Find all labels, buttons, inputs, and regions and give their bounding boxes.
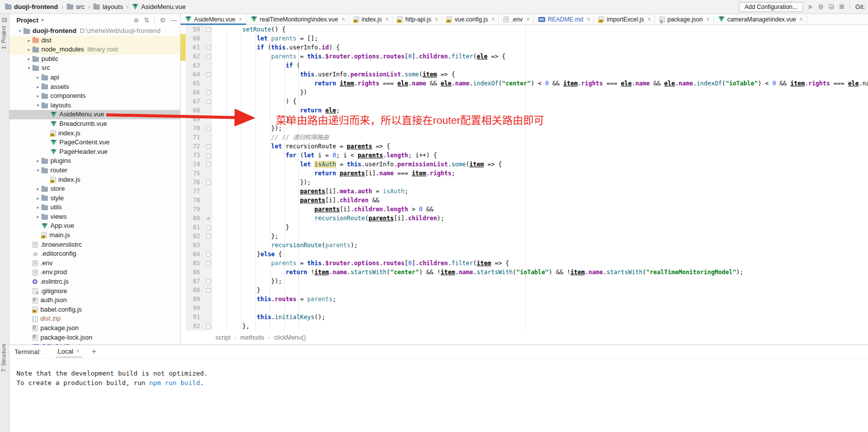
- git-label[interactable]: Git:: [856, 3, 865, 10]
- close-tab-icon[interactable]: ×: [239, 16, 242, 23]
- close-tab-icon[interactable]: ×: [526, 16, 530, 23]
- tree-item-utils[interactable]: ▸utils: [9, 203, 180, 212]
- code-line-60[interactable]: 60 let parents = [];: [181, 34, 868, 43]
- tree-item-Breadcrumb.vue[interactable]: Breadcrumb.vue: [9, 119, 180, 129]
- fold-open-icon[interactable]: [205, 25, 212, 34]
- breadcrumb-item-AsideMenu.vue[interactable]: AsideMenu.vue: [132, 3, 186, 10]
- tab-package.json[interactable]: package.json×: [655, 14, 714, 24]
- tree-item-index.js[interactable]: index.js: [9, 175, 180, 185]
- code-line-88[interactable]: 88 }: [181, 286, 868, 295]
- code-line-73[interactable]: 73 for (let i = 0; i < parents.length; i…: [181, 151, 868, 160]
- locate-file-icon[interactable]: ⊕: [134, 16, 139, 24]
- code-line-59[interactable]: 59 setRoute() {: [181, 25, 868, 34]
- code-line-83[interactable]: 83 recursionRoute(parents);: [181, 241, 868, 250]
- tree-item-main.js[interactable]: main.js: [9, 231, 180, 240]
- collapse-all-icon[interactable]: ⇅: [144, 16, 149, 24]
- settings-icon[interactable]: ⚙: [160, 16, 166, 24]
- tree-item-assets[interactable]: ▸assets: [9, 82, 180, 92]
- terminal-tab-local[interactable]: Local ×: [56, 346, 82, 358]
- close-tab-icon[interactable]: ×: [800, 16, 803, 23]
- close-tab-icon[interactable]: ×: [706, 16, 710, 23]
- code-line-84[interactable]: 84 }else {: [181, 250, 868, 259]
- run-with-coverage-icon[interactable]: [829, 4, 834, 9]
- stop-icon[interactable]: [840, 4, 844, 9]
- code-editor[interactable]: 59 setRoute() {60 let parents = [];61 if…: [181, 25, 868, 331]
- tree-item-dist[interactable]: ▸dist: [9, 36, 180, 45]
- code-line-80[interactable]: 80↺ recursionRoute(parents[i].children);: [181, 214, 868, 223]
- close-tab-icon[interactable]: ×: [342, 16, 345, 23]
- tree-item-store[interactable]: ▸store: [9, 184, 180, 194]
- tree-item-node-modules[interactable]: ▸node_moduleslibrary root: [9, 45, 180, 54]
- fold-close-icon[interactable]: [205, 178, 212, 187]
- breadcrumb-item-src[interactable]: src: [67, 3, 84, 10]
- tree-item-api[interactable]: ▸api: [9, 73, 180, 82]
- close-tab-icon[interactable]: ×: [587, 16, 590, 23]
- tree-item-router[interactable]: ▾router: [9, 166, 180, 175]
- chevron-closed-icon[interactable]: ▸: [34, 212, 41, 222]
- code-line-92[interactable]: 92 },: [181, 322, 868, 331]
- close-tab-icon[interactable]: ×: [385, 16, 389, 23]
- debug-icon[interactable]: [819, 4, 823, 9]
- hide-panel-icon[interactable]: —: [171, 16, 177, 24]
- project-panel-title[interactable]: Project: [16, 16, 38, 24]
- tree-item-AsideMenu.vue[interactable]: AsideMenu.vue: [9, 110, 180, 119]
- tree-item-.editorconfig[interactable]: .editorconfig: [9, 249, 180, 259]
- code-line-71[interactable]: 71 // // 递归权限路由: [181, 133, 868, 142]
- fold-open-icon[interactable]: [205, 160, 212, 169]
- code-line-72[interactable]: 72 let recursionRoute = parents => {: [181, 142, 868, 151]
- tab-AsideMenu.vue[interactable]: AsideMenu.vue×: [181, 14, 246, 24]
- tree-item-style[interactable]: ▸style: [9, 194, 180, 203]
- code-line-67[interactable]: 67 ) {: [181, 97, 868, 106]
- tree-item-.eslintrc.js[interactable]: .eslintrc.js: [9, 277, 180, 287]
- code-line-81[interactable]: 81 }: [181, 223, 868, 232]
- code-line-90[interactable]: 90: [181, 304, 868, 313]
- tree-item-auth.json[interactable]: auth.json: [9, 296, 180, 305]
- tree-item-.env[interactable]: .env: [9, 259, 180, 268]
- code-line-89[interactable]: 89 this.routes = parents;: [181, 295, 868, 304]
- tab-vue.config.js[interactable]: vue.config.js×: [442, 14, 499, 24]
- code-line-91[interactable]: 91 this.initialKeys();: [181, 313, 868, 322]
- fold-close-icon[interactable]: [205, 232, 212, 241]
- fold-close-icon[interactable]: [205, 124, 212, 133]
- code-line-78[interactable]: 78 parents[i].children &&: [181, 196, 868, 205]
- add-configuration-button[interactable]: Add Configuration...: [739, 2, 803, 12]
- tab-.env[interactable]: .env×: [499, 14, 534, 24]
- code-line-64[interactable]: 64 this.userInfo.permissionList.some(ite…: [181, 70, 868, 79]
- fold-open-icon[interactable]: [205, 70, 212, 79]
- tree-item-src[interactable]: ▾src: [9, 63, 180, 73]
- chevron-closed-icon[interactable]: ▸: [25, 36, 32, 45]
- run-icon[interactable]: [809, 4, 813, 9]
- code-line-65[interactable]: 65 return item.rights === ele.name && el…: [181, 79, 868, 88]
- tab-index.js[interactable]: index.js×: [349, 14, 393, 24]
- code-line-86[interactable]: 86 return !item.name.startsWith("center"…: [181, 268, 868, 277]
- structure-stripe-button[interactable]: 7: Structure: [0, 344, 6, 372]
- close-tab-icon[interactable]: ×: [491, 16, 495, 23]
- close-terminal-icon[interactable]: ×: [76, 348, 80, 355]
- fold-open-icon[interactable]: [205, 259, 212, 268]
- breadcrumb-item-layouts[interactable]: layouts: [93, 3, 123, 10]
- editor-breadcrumb-script[interactable]: script: [216, 334, 230, 341]
- tab-README.md[interactable]: README.md×: [534, 14, 594, 24]
- tree-item-.env.prod[interactable]: .env.prod: [9, 268, 180, 277]
- chevron-closed-icon[interactable]: ▸: [25, 54, 32, 64]
- fold-close-icon[interactable]: [205, 322, 212, 331]
- editor-breadcrumb-methods[interactable]: methods: [240, 334, 264, 341]
- chevron-closed-icon[interactable]: ▸: [34, 203, 41, 212]
- fold-open-icon[interactable]: [205, 142, 212, 151]
- code-line-63[interactable]: 63 if (: [181, 61, 868, 70]
- chevron-open-icon[interactable]: ▾: [34, 101, 41, 110]
- code-line-85[interactable]: 85 parents = this.$router.options.routes…: [181, 259, 868, 268]
- recursive-call-icon[interactable]: ↺: [205, 214, 212, 223]
- code-line-82[interactable]: 82 };: [181, 232, 868, 241]
- breadcrumb-item-duoji-frontend[interactable]: duoji-frontend: [5, 3, 58, 10]
- tab-importExcel.js[interactable]: importExcel.js×: [594, 14, 655, 24]
- project-stripe-button[interactable]: 1: Project: [0, 26, 6, 49]
- chevron-closed-icon[interactable]: ▸: [25, 45, 32, 54]
- fold-open-icon[interactable]: [205, 52, 212, 61]
- tree-item-duoji-frontend[interactable]: ▾duoji-frontendD:\zheheWeb\duoji-fronten…: [9, 26, 180, 36]
- chevron-open-icon[interactable]: ▾: [16, 26, 23, 36]
- tree-item-public[interactable]: ▸public: [9, 54, 180, 64]
- code-line-75[interactable]: 75 return parents[i].name === item.right…: [181, 169, 868, 178]
- terminal-output[interactable]: Note that the development build is not o…: [9, 359, 868, 388]
- chevron-closed-icon[interactable]: ▸: [34, 194, 41, 203]
